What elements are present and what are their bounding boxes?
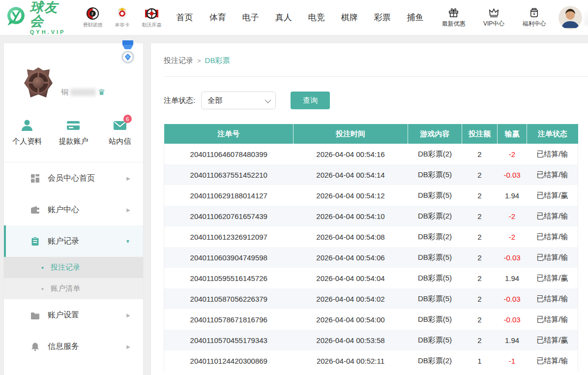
username-prefix: 铜: [61, 88, 68, 97]
cell-win-loss: 1.94: [498, 268, 527, 288]
nav-item-fishing[interactable]: 捕鱼: [407, 12, 424, 23]
cell-amount: 2: [462, 206, 498, 226]
sidebar-username: 铜 ♛: [61, 88, 105, 97]
cell-status: 已结算/赢: [527, 268, 578, 288]
sidebar-item-member-home[interactable]: 会员中心首页 ▶: [4, 162, 143, 194]
svg-text:¥: ¥: [532, 11, 535, 16]
col-win-loss: 输赢: [498, 124, 527, 144]
bell-icon: [30, 342, 40, 351]
cell-status: 已结算/输: [527, 206, 578, 226]
table-row: 2040110124420300869 2026-04-04 00:52:11 …: [164, 350, 578, 371]
filter-bar: 注单状态: 全部 查询: [164, 92, 578, 109]
cell-bet-time: 2026-04-04 00:53:58: [294, 330, 408, 350]
cell-order-no: 2040110629188014127: [164, 185, 294, 206]
cell-order-no: 2040110595516145726: [164, 268, 294, 288]
sidebar-subitem-account-statement[interactable]: • 账户清单: [4, 278, 143, 299]
sidebar-item-account-center[interactable]: 账户中心 ▶: [4, 194, 143, 225]
brand-logo-icon: [5, 5, 27, 30]
sponsor-leverkusen: 勒沃库森: [140, 7, 164, 29]
welfare-center-button[interactable]: ¥ 福利中心: [519, 7, 550, 28]
inbox-link[interactable]: 6 站内信: [97, 118, 143, 146]
cell-win-loss: -0.03: [498, 309, 527, 330]
cell-win-loss: -2: [498, 206, 527, 226]
table-row: 2040110578671816796 2026-04-04 00:54:00 …: [164, 309, 578, 330]
sponsor-logos: F 费耶诺德 本菲卡 勒沃库森: [81, 7, 164, 29]
username-redacted: [584, 10, 588, 26]
cell-amount: 2: [462, 144, 498, 164]
cell-game: DB彩票(2): [408, 350, 462, 371]
breadcrumb-current[interactable]: DB彩票: [205, 56, 230, 65]
sidebar: 铜 ♛ 个人资料 提款账户: [4, 43, 143, 375]
header-quick-actions: 最新优惠 VIP中心 ¥ 福利中心: [439, 7, 550, 28]
sponsor-feyenoord: F 费耶诺德: [81, 7, 105, 29]
cell-game: DB彩票(2): [408, 206, 462, 226]
nav-item-live[interactable]: 真人: [275, 12, 292, 23]
nav-item-sports[interactable]: 体育: [209, 12, 226, 23]
sidebar-item-account-records[interactable]: 账户记录 ▼: [4, 225, 143, 257]
cell-bet-time: 2026-04-04 00:54:14: [294, 164, 408, 185]
col-game: 游戏内容: [408, 124, 462, 144]
cell-amount: 2: [462, 288, 498, 309]
vip-crown-icon: ♛: [98, 88, 105, 96]
nav-item-slots[interactable]: 电子: [242, 12, 259, 23]
cell-amount: 2: [462, 330, 498, 350]
cell-amount: 1: [462, 350, 498, 371]
personal-info-link[interactable]: 个人资料: [4, 118, 50, 146]
cell-bet-time: 2026-04-04 00:54:10: [294, 206, 408, 226]
col-amount: 投注额: [462, 124, 498, 144]
cell-status: 已结算/输: [527, 226, 578, 247]
table-body: 2040110646078480399 2026-04-04 00:54:16 …: [164, 144, 578, 371]
search-button[interactable]: 查询: [291, 92, 330, 109]
nav-item-home[interactable]: 首页: [176, 12, 193, 23]
cell-game: DB彩票(5): [408, 288, 462, 309]
table-row: 2040110595516145726 2026-04-04 00:54:04 …: [164, 268, 578, 288]
cell-game: DB彩票(5): [408, 185, 462, 206]
username-redacted: [70, 89, 96, 96]
table-row: 2040110646078480399 2026-04-04 00:54:16 …: [164, 144, 578, 164]
folder-icon: [30, 311, 40, 320]
top-header: 球友会 QYH.VIP F 费耶诺德 本菲卡: [0, 0, 588, 35]
nav-item-esports[interactable]: 电竞: [308, 12, 325, 23]
brand-domain: QYH.VIP: [30, 29, 68, 35]
chevron-right-icon: ▶: [126, 344, 130, 349]
feyenoord-crest-icon: F: [86, 7, 99, 20]
cell-status: 已结算/输: [527, 247, 578, 268]
cell-game: DB彩票(5): [408, 309, 462, 330]
withdraw-account-link[interactable]: 提款账户: [50, 118, 96, 146]
cell-win-loss: -2: [498, 226, 527, 247]
cell-win-loss: -0.03: [498, 247, 527, 268]
brand-logo[interactable]: 球友会 QYH.VIP: [5, 0, 68, 35]
bullet-icon: •: [41, 264, 44, 272]
col-order-no: 注单号: [164, 124, 294, 144]
cell-order-no: 2040110637551452210: [164, 164, 294, 185]
content-panel: 投注记录 > DB彩票 注单状态: 全部 查询 注单号 投注时间 游戏内容: [151, 43, 588, 375]
promotions-button[interactable]: 最新优惠: [439, 7, 469, 28]
sidebar-subitem-bet-records[interactable]: • 投注记录: [4, 257, 143, 278]
sidebar-item-account-settings[interactable]: 账户设置 ▶: [4, 299, 143, 331]
benfica-crest-icon: [116, 7, 129, 20]
cell-order-no: 2040110578671816796: [164, 309, 294, 330]
cell-order-no: 2040110124420300869: [164, 350, 294, 371]
vip-center-button[interactable]: VIP中心: [479, 7, 509, 28]
nav-item-poker[interactable]: 棋牌: [341, 12, 358, 23]
sidebar-item-message-services[interactable]: 信息服务 ▶: [4, 331, 143, 362]
status-select[interactable]: 全部: [201, 92, 276, 109]
table-row: 2040110603904749598 2026-04-04 00:54:06 …: [164, 247, 578, 268]
cell-bet-time: 2026-04-04 00:54:02: [294, 288, 408, 309]
svg-text:F: F: [91, 11, 94, 16]
nav-item-lottery[interactable]: 彩票: [374, 12, 391, 23]
user-avatar[interactable]: [559, 6, 582, 30]
cell-game: DB彩票(5): [408, 268, 462, 288]
cell-bet-time: 2026-04-04 00:54:12: [294, 185, 408, 206]
cell-amount: 2: [462, 268, 498, 288]
bullet-icon: •: [41, 285, 44, 293]
wallet-icon: [30, 205, 40, 215]
cell-order-no: 2040110570455179343: [164, 330, 294, 350]
breadcrumb: 投注记录 > DB彩票: [164, 56, 588, 77]
leverkusen-crest-icon: [145, 7, 158, 20]
cell-win-loss: 1.94: [498, 330, 527, 350]
profile-quick-links: 个人资料 提款账户 6: [4, 118, 143, 146]
cell-order-no: 2040110612326912097: [164, 226, 294, 247]
cell-win-loss: 1.94: [498, 185, 527, 206]
bank-card-icon: [66, 118, 81, 133]
